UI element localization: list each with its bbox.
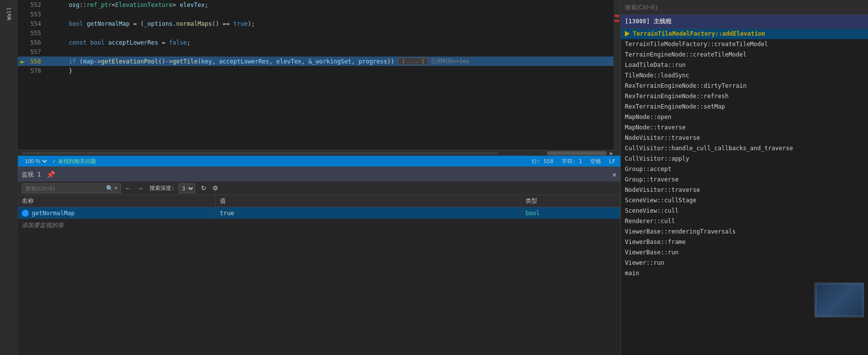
linenum-556: 556 [28, 39, 45, 46]
call-stack-search-input[interactable] [625, 4, 864, 11]
call-stack-item-18[interactable]: Renderer::cull [621, 216, 868, 227]
linenum-555: 555 [28, 30, 45, 37]
left-sidebar: Wall [0, 0, 18, 355]
linenum-558: 558 [28, 58, 45, 65]
watch-value-0: true [216, 207, 521, 219]
call-stack-item-22[interactable]: Viewer::run [621, 258, 868, 268]
watch-name-0: getNormalMap [18, 207, 216, 219]
call-stack-label-9: MapNode::traverse [625, 124, 686, 131]
wall-label[interactable]: Wall [6, 7, 12, 20]
call-stack-label-8: MapNode::open [625, 114, 671, 120]
char-indicator: 字符: 1 [562, 158, 582, 165]
refresh-button[interactable]: ↻ [199, 183, 208, 193]
watch-table: 名称 值 类型 getNormalMap true bool 添加要监视的项 [18, 195, 620, 355]
watch-icon-0 [22, 210, 29, 217]
call-stack-label-16: SceneView::cullStage [625, 197, 697, 204]
space-indicator: 空格 [590, 158, 601, 165]
call-stack-item-1[interactable]: TerrainTileModelFactory::createTileModel [621, 39, 868, 50]
call-stack-item-2[interactable]: TerrainEngineNode::createTileModel [621, 50, 868, 60]
editor-scrollbar[interactable] [613, 0, 620, 150]
linenum-552: 552 [28, 1, 45, 8]
call-stack-label-6: RexTerrainEngineNode::refresh [625, 93, 729, 100]
h-scrollbar[interactable]: ▶ [18, 150, 620, 156]
call-stack-label-12: CullVisitor::apply [625, 155, 689, 162]
call-stack-label-10: NodeVisitor::traverse [625, 134, 700, 141]
depth-label: 搜索深度: [150, 184, 175, 192]
call-stack-item-19[interactable]: ViewerBase::renderingTraversals [621, 227, 868, 237]
watch-toolbar: 🔍 ▼ ← → 搜索深度: 3 1 2 4 5 ↻ ⚙ [18, 181, 620, 195]
encoding-indicator: LF [609, 158, 615, 165]
call-stack-item-23[interactable]: main [621, 268, 868, 279]
call-stack-label-5: RexTerrainEngineNode::dirtyTerrain [625, 82, 747, 89]
call-stack-label-15: NodeVisitor::traverse [625, 186, 700, 193]
watch-search-box: 🔍 ▼ [22, 183, 121, 193]
call-stack-label-19: ViewerBase::renderingTraversals [625, 228, 736, 235]
call-stack-list: TerrainTileModelFactory::addElevation Te… [621, 29, 868, 355]
watch-panel-title: 监视 1 [22, 171, 41, 179]
depth-select[interactable]: 3 1 2 4 5 [179, 183, 195, 193]
close-icon[interactable]: ✕ [613, 171, 616, 178]
call-stack-item-8[interactable]: MapNode::open [621, 112, 868, 122]
linenum-578: 578 [28, 67, 45, 74]
call-stack-item-21[interactable]: ViewerBase::run [621, 247, 868, 258]
pin-icon[interactable]: 📌 [47, 171, 55, 178]
call-stack-item-12[interactable]: CullVisitor::apply [621, 154, 868, 164]
call-stack-item-3[interactable]: LoadTileData::run [621, 60, 868, 70]
zoom-selector[interactable]: 100 % [23, 158, 49, 165]
call-stack-label-17: SceneView::cull [625, 207, 678, 214]
status-check-label: 未找到相关问题 [58, 158, 96, 165]
call-stack-label-21: ViewerBase::run [625, 249, 678, 256]
code-editor: 552 553 554 555 [18, 0, 620, 355]
col-type-header: 类型 [521, 195, 620, 207]
call-stack-item-16[interactable]: SceneView::cullStage [621, 195, 868, 206]
call-stack-label-20: ViewerBase::frame [625, 238, 686, 245]
linenum-557: 557 [28, 49, 45, 56]
add-watch-item[interactable]: 添加要监视的项 [18, 219, 620, 232]
call-stack-item-20[interactable]: ViewerBase::frame [621, 237, 868, 247]
search-dropdown[interactable]: ▼ [114, 185, 117, 191]
call-stack-header: [13008] 主线程 [621, 15, 868, 29]
watch-panel-header: 监视 1 📌 ✕ [18, 168, 620, 181]
call-stack-item-17[interactable]: SceneView::cull [621, 206, 868, 216]
call-stack-item-4[interactable]: TileNode::loadSync [621, 70, 868, 81]
status-bar: 100 % ✓ 未找到相关问题 行: 558 字符: 1 空格 LF [18, 156, 620, 167]
call-stack-label-13: Group::accept [625, 166, 671, 173]
linenum-554: 554 [28, 20, 45, 27]
call-stack-item-14[interactable]: Group::traverse [621, 175, 868, 185]
call-stack-label-22: Viewer::run [625, 259, 664, 266]
col-name-header: 名称 [18, 195, 216, 207]
call-stack-panel: [13008] 主线程 TerrainTileModelFactory::add… [620, 0, 868, 355]
row-indicator: 行: 558 [532, 158, 554, 165]
call-stack-label-1: TerrainTileModelFactory::createTileModel [625, 41, 768, 48]
call-stack-item-11[interactable]: CullVisitor::handle_cull_callbacks_and_t… [621, 143, 868, 154]
watch-table-header: 名称 值 类型 [18, 195, 620, 207]
watch-type-0: bool [521, 207, 620, 219]
watch-row-0[interactable]: getNormalMap true bool [18, 207, 620, 219]
call-stack-label-18: Renderer::cull [625, 218, 675, 225]
gutter-558: ► [18, 58, 28, 65]
watch-search-input[interactable] [25, 185, 106, 191]
call-stack-label-2: TerrainEngineNode::createTileModel [625, 51, 747, 58]
call-stack-item-0[interactable]: TerrainTileModelFactory::addElevation [621, 29, 868, 39]
settings-button[interactable]: ⚙ [210, 183, 220, 193]
active-frame-icon [625, 31, 630, 37]
call-stack-item-13[interactable]: Group::accept [621, 164, 868, 175]
call-stack-label-0: TerrainTileModelFactory::addElevation [633, 30, 765, 37]
call-stack-item-10[interactable]: NodeVisitor::traverse [621, 133, 868, 143]
back-button[interactable]: ← [123, 183, 133, 193]
call-stack-title: [13008] 主线程 [625, 17, 671, 26]
forward-button[interactable]: → [135, 183, 146, 193]
call-stack-label-11: CullVisitor::handle_cull_callbacks_and_t… [625, 145, 793, 152]
call-stack-label-23: main [625, 270, 639, 277]
call-stack-label-3: LoadTileData::run [625, 61, 686, 68]
call-stack-item-15[interactable]: NodeVisitor::traverse [621, 185, 868, 195]
call-stack-item-5[interactable]: RexTerrainEngineNode::dirtyTerrain [621, 81, 868, 91]
call-stack-label-14: Group::traverse [625, 176, 678, 183]
call-stack-item-6[interactable]: RexTerrainEngineNode::refresh [621, 91, 868, 102]
call-stack-item-9[interactable]: MapNode::traverse [621, 122, 868, 133]
call-stack-label-7: RexTerrainEngineNode::setMap [625, 103, 725, 110]
linenum-553: 553 [28, 11, 45, 18]
call-stack-item-7[interactable]: RexTerrainEngineNode::setMap [621, 102, 868, 112]
search-icon: 🔍 [106, 185, 113, 192]
preview-thumbnail [815, 283, 864, 317]
